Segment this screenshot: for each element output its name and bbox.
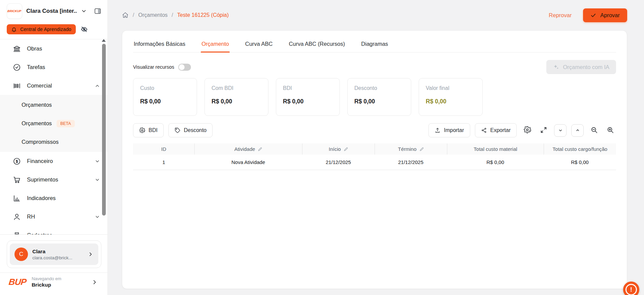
pencil-icon — [258, 147, 262, 152]
sidebar-nav: Obras Tarefas Comercial Orçamentos Orçam… — [0, 39, 107, 244]
stat-bdi: BDI R$ 0,00 — [276, 78, 340, 116]
breadcrumb: / Orçamentos / Teste 161225 (Cópia) — [122, 12, 229, 19]
collapse-rows-button[interactable] — [554, 124, 567, 137]
column-label: Total custo cargo/função — [553, 146, 608, 152]
sidebar-item-rh[interactable]: RH — [0, 207, 107, 226]
eye-off-icon[interactable] — [80, 26, 88, 33]
column-total-custo-material[interactable]: Total custo material — [447, 143, 544, 155]
sparkles-icon — [553, 64, 559, 70]
cell-inicio[interactable]: 21/12/2025 — [302, 155, 375, 170]
stat-valor-final: Valor final R$ 0,00 — [419, 78, 483, 116]
chevron-down-icon[interactable] — [81, 8, 87, 14]
avatar: C — [14, 248, 28, 261]
column-id[interactable]: ID — [133, 143, 194, 155]
cell-atividade[interactable]: Nova Atividade — [194, 155, 302, 170]
workspace-switcher[interactable]: BUP Navegando em Brickup — [0, 272, 107, 288]
tab-orcamento[interactable]: Orçamento — [201, 39, 230, 52]
bdi-button[interactable]: BDI — [133, 123, 164, 137]
svg-text:$: $ — [16, 159, 18, 163]
tab-curva-abc[interactable]: Curva ABC — [245, 39, 273, 52]
column-total-custo-cargo-funcao[interactable]: Total custo cargo/função — [544, 143, 616, 155]
expand-icon — [540, 126, 547, 134]
sidebar-item-indicadores[interactable]: Indicadores — [0, 189, 107, 207]
fullscreen-button[interactable] — [538, 124, 549, 137]
budget-card: Informações Básicas Orçamento Curva ABC … — [122, 30, 627, 289]
column-label: Atividade — [234, 146, 255, 152]
sidebar-item-financeiro[interactable]: $ Financeiro — [0, 152, 107, 170]
chevron-down-icon — [95, 214, 100, 220]
brickup-logo-text: BRICKUP — [7, 9, 22, 13]
pencil-icon — [344, 147, 348, 152]
column-label: ID — [161, 146, 166, 152]
table-header: ID Atividade Início Término — [133, 143, 616, 155]
user-card[interactable]: C Clara clara.costa@brick... — [7, 240, 101, 268]
tab-curva-abc-recursos[interactable]: Curva ABC (Recursos) — [288, 39, 346, 52]
cell-id: 1 — [133, 155, 194, 170]
visualizar-recursos-toggle[interactable] — [178, 64, 191, 71]
expand-rows-button[interactable] — [571, 124, 584, 137]
cell-termino[interactable]: 21/12/2025 — [375, 155, 447, 170]
activities-table: ID Atividade Início Término — [133, 143, 616, 170]
sidebar-item-orcamentos-beta[interactable]: Orçamentos BETA — [0, 114, 107, 133]
column-inicio[interactable]: Início — [302, 143, 375, 155]
breadcrumb-orcamentos[interactable]: Orçamentos — [138, 12, 167, 18]
exclamation-icon: ! — [625, 284, 637, 295]
zoom-out-button[interactable] — [588, 124, 600, 137]
column-atividade[interactable]: Atividade — [194, 143, 302, 155]
chevron-down-square-icon — [558, 128, 563, 133]
zoom-in-button[interactable] — [605, 124, 616, 137]
column-label: Total custo material — [474, 146, 517, 152]
sidebar-item-label: Orçamentos — [22, 102, 52, 108]
bell-icon — [11, 27, 17, 32]
sidebar-item-orcamentos[interactable]: Orçamentos — [0, 96, 107, 114]
aprovar-button[interactable]: Aprovar — [583, 8, 627, 22]
zoom-in-icon — [607, 126, 614, 134]
sidebar-item-tarefas[interactable]: Tarefas — [0, 58, 107, 76]
orcamento-ia-button[interactable]: Orçamento com IA — [546, 60, 616, 74]
stat-custo: Custo R$ 0,00 — [133, 78, 197, 116]
cell-cargo: R$ 0,00 — [544, 155, 616, 170]
desconto-button[interactable]: Desconto — [168, 123, 213, 137]
alert-notification-badge[interactable]: ! — [623, 282, 639, 295]
barcode-icon — [13, 82, 21, 90]
sidebar-item-compromissos[interactable]: Compromissos — [0, 133, 107, 151]
sidebar-item-label: Compromissos — [22, 139, 59, 145]
stat-label: Com BDI — [212, 85, 261, 91]
column-termino[interactable]: Término — [375, 143, 447, 155]
table-row[interactable]: 1 Nova Atividade 21/12/2025 21/12/2025 R… — [133, 155, 616, 170]
home-icon[interactable] — [122, 12, 129, 19]
importar-button[interactable]: Importar — [428, 123, 470, 137]
stat-desconto: Desconto R$ 0,00 — [347, 78, 411, 116]
sidebar-item-suprimentos[interactable]: Suprimentos — [0, 170, 107, 189]
breadcrumb-separator: / — [133, 12, 134, 18]
exportar-label: Exportar — [490, 127, 511, 133]
stat-com-bdi: Com BDI R$ 0,00 — [204, 78, 268, 116]
stat-value: R$ 0,00 — [426, 98, 476, 105]
sidebar-item-label: Comercial — [27, 83, 52, 89]
sidebar-item-obras[interactable]: Obras — [0, 39, 107, 58]
desconto-label: Desconto — [184, 127, 207, 133]
scrollbar-up-arrow[interactable] — [102, 39, 106, 42]
reprovar-button[interactable]: Reprovar — [549, 12, 572, 19]
main-area: / Orçamentos / Teste 161225 (Cópia) Repr… — [108, 0, 644, 295]
stat-label: Desconto — [354, 85, 404, 91]
column-label: Início — [329, 146, 341, 152]
sidebar-scrollbar[interactable] — [102, 44, 106, 216]
sidebar-bottom-panel: C Clara clara.costa@brick... BUP Navegan… — [0, 234, 107, 295]
stat-label: BDI — [283, 85, 333, 91]
gear-icon — [523, 126, 531, 134]
table-settings-button[interactable] — [521, 124, 533, 137]
stat-label: Valor final — [426, 85, 476, 91]
sidebar-item-label: RH — [27, 214, 35, 220]
footer-title: Brickup — [32, 282, 61, 288]
sidebar-item-label: Orçamentos — [22, 120, 52, 127]
tab-diagramas[interactable]: Diagramas — [360, 39, 389, 52]
tab-informacoes-basicas[interactable]: Informações Básicas — [133, 39, 186, 52]
collapse-sidebar-icon[interactable] — [94, 7, 101, 15]
stat-label: Custo — [140, 85, 190, 91]
sidebar-item-label: Tarefas — [27, 64, 45, 70]
exportar-button[interactable]: Exportar — [475, 123, 517, 137]
user-name: Clara — [32, 249, 83, 255]
learning-center-button[interactable]: Central de Aprendizado — [7, 24, 76, 34]
sidebar-item-comercial[interactable]: Comercial — [0, 76, 107, 95]
